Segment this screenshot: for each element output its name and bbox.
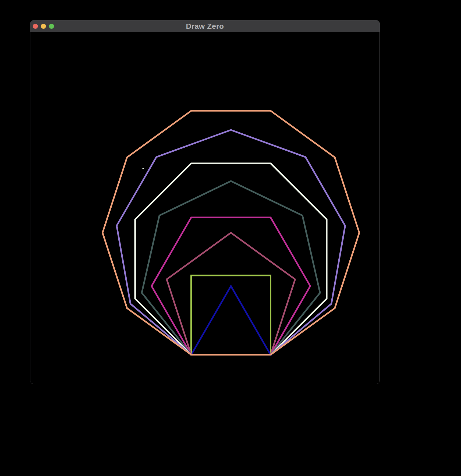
app-window: Draw Zero [30, 20, 380, 384]
polygon-triangle [191, 286, 271, 355]
polygon-pentagon [167, 233, 295, 355]
pen-artifact-dot [143, 168, 144, 169]
close-button[interactable] [33, 24, 38, 29]
polygon-octagon [135, 163, 327, 355]
title-bar: Draw Zero [30, 20, 380, 32]
window-content [30, 32, 380, 383]
zoom-button[interactable] [49, 24, 54, 29]
polygon-heptagon [142, 181, 320, 355]
window-title: Draw Zero [30, 20, 380, 32]
drawing-canvas[interactable] [30, 32, 380, 383]
window-controls [33, 20, 54, 32]
minimize-button[interactable] [41, 24, 46, 29]
